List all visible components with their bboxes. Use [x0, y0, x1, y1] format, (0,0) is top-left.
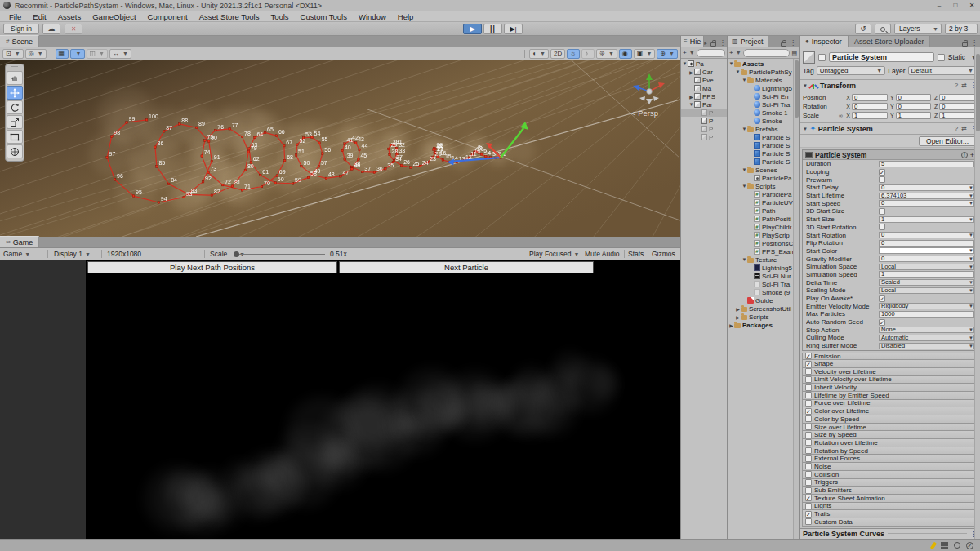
- scene-viewport[interactable]: 1234567891011121314151617181920212223242…: [0, 60, 680, 237]
- expand-arrow-icon[interactable]: ▼: [742, 127, 747, 131]
- main-module-header[interactable]: Particle System ! +: [803, 150, 977, 160]
- transform-tool-button[interactable]: [7, 144, 23, 158]
- tree-item-p[interactable]: P: [681, 125, 727, 133]
- asset-store-uploader-tab[interactable]: Asset Store Uploader: [849, 36, 931, 47]
- expand-arrow-icon[interactable]: ▶: [735, 306, 741, 312]
- tree-item-scripts[interactable]: ▶Scripts: [728, 313, 799, 321]
- layer-dropdown[interactable]: Default▼: [908, 66, 978, 75]
- tree-item-particleuv[interactable]: #ParticleUV: [728, 198, 799, 207]
- module-rotation-by-speed[interactable]: Rotation by Speed: [802, 447, 978, 455]
- effects-dropdown[interactable]: ❊▼: [596, 49, 617, 59]
- maximize-button[interactable]: □: [947, 0, 964, 11]
- project-scrollbar[interactable]: [793, 59, 799, 539]
- chevron-down-icon[interactable]: ▼: [969, 193, 973, 198]
- tree-item-pps[interactable]: ▶PPS: [681, 92, 727, 100]
- static-checkbox[interactable]: [938, 54, 945, 61]
- tree-item-scripts[interactable]: ▼Scripts: [728, 182, 799, 190]
- tree-item-p[interactable]: P: [681, 133, 727, 141]
- position-z-field[interactable]: 0: [939, 94, 975, 101]
- property-field[interactable]: 0: [879, 256, 974, 262]
- module-checkbox[interactable]: [805, 487, 812, 494]
- collab-brush-icon[interactable]: [930, 541, 937, 549]
- property-checkbox[interactable]: ✓: [879, 295, 885, 302]
- tree-item-p[interactable]: P: [681, 109, 727, 117]
- step-button[interactable]: ▶|: [504, 24, 523, 34]
- module-triggers[interactable]: Triggers: [802, 479, 978, 487]
- kebab-menu-icon[interactable]: ⋮: [971, 39, 978, 47]
- kebab-menu-icon[interactable]: ⋮: [719, 39, 726, 47]
- scene-gizmos-dropdown[interactable]: ⊕▼: [657, 49, 678, 59]
- scale-y-field[interactable]: 1: [896, 112, 932, 119]
- menu-component[interactable]: Component: [142, 11, 194, 22]
- module-checkbox[interactable]: ✓: [805, 408, 812, 415]
- module-custom-data[interactable]: Custom Data: [802, 518, 978, 527]
- module-color-over-lifetime[interactable]: ✓Color over Lifetime: [802, 407, 978, 415]
- sign-in-button[interactable]: Sign in: [3, 24, 39, 34]
- module-checkbox[interactable]: [805, 424, 812, 430]
- grid-snapping-dropdown[interactable]: ▼: [70, 49, 85, 59]
- position-y-field[interactable]: 0: [896, 94, 932, 101]
- tree-item-car[interactable]: ▶Car: [681, 68, 727, 76]
- property-field[interactable]: 5: [879, 161, 974, 167]
- property-checkbox[interactable]: [879, 208, 885, 215]
- scene-tab[interactable]: #Scene: [0, 35, 39, 47]
- chevron-down-icon[interactable]: ▼: [969, 280, 973, 285]
- tree-item-sci-fi-tra[interactable]: Sci-Fi Tra: [728, 280, 799, 288]
- game-render-area[interactable]: Play Next Path PositionsNext Particle: [86, 260, 680, 540]
- menu-gameobject[interactable]: GameObject: [87, 11, 141, 22]
- kebab-menu-icon[interactable]: ⋮: [790, 39, 796, 47]
- module-checkbox[interactable]: [805, 400, 812, 407]
- tree-item-pps-exam[interactable]: #PPS_Exam: [728, 247, 799, 256]
- property-checkbox[interactable]: ✓: [879, 319, 885, 326]
- search-filter-icon[interactable]: ▤: [791, 50, 797, 56]
- lock-icon[interactable]: [962, 42, 968, 47]
- minimize-button[interactable]: –: [931, 0, 947, 11]
- menu-assets[interactable]: Assets: [52, 11, 87, 22]
- expand-arrow-icon[interactable]: ▼: [742, 257, 747, 262]
- hierarchy-search-input[interactable]: [697, 49, 725, 57]
- property-field[interactable]: Rigidbody: [879, 303, 974, 309]
- lighting-toggle[interactable]: ☼: [567, 49, 580, 59]
- tag-dropdown[interactable]: Untagged▼: [817, 66, 886, 75]
- module-checkbox[interactable]: [805, 479, 812, 486]
- chevron-down-icon[interactable]: ▼: [969, 217, 973, 222]
- module-shape[interactable]: ✓Shape: [802, 360, 978, 368]
- chevron-down-icon[interactable]: ▼: [969, 264, 973, 269]
- tree-item-guide[interactable]: Guide: [728, 296, 799, 304]
- particle-system-curves-bar[interactable]: Particle System Curves ⋮: [800, 528, 980, 539]
- expand-arrow-icon[interactable]: ▶: [735, 314, 741, 320]
- property-field[interactable]: Disabled: [879, 343, 974, 349]
- chevron-down-icon[interactable]: ▼: [969, 327, 973, 332]
- play-focused-dropdown[interactable]: Play Focused▼: [529, 248, 579, 260]
- expand-arrow-icon[interactable]: ▼: [742, 167, 747, 172]
- menu-custom-tools[interactable]: Custom Tools: [295, 11, 353, 22]
- module-size-over-lifetime[interactable]: Size over Lifetime: [802, 424, 978, 432]
- tree-item-par[interactable]: ▼Par: [681, 100, 727, 109]
- display-select-dropdown[interactable]: Display 1▼: [54, 248, 91, 260]
- property-field[interactable]: 1000: [879, 311, 974, 318]
- module-checkbox[interactable]: [805, 518, 812, 525]
- module-checkbox[interactable]: [805, 415, 812, 422]
- tree-item-smoke-9[interactable]: Smoke (9: [728, 288, 799, 296]
- gameobject-icon[interactable]: [803, 51, 815, 64]
- chevron-down-icon[interactable]: ▼: [969, 344, 973, 349]
- tree-item-sci-fi-nur[interactable]: Sci-Fi Nur: [728, 272, 799, 280]
- stats-toggle[interactable]: Stats: [628, 248, 644, 260]
- menu-window[interactable]: Window: [353, 11, 392, 22]
- tree-item-positionsc[interactable]: #PositionsC: [728, 239, 799, 247]
- drag-handle[interactable]: [888, 533, 967, 535]
- game-gizmos-dropdown[interactable]: Gizmos: [652, 248, 675, 260]
- progress-check-icon[interactable]: ✓: [966, 542, 973, 549]
- link-icon[interactable]: ∞: [839, 113, 845, 118]
- tree-item-particlepa[interactable]: ParticlePa: [728, 174, 799, 182]
- property-field[interactable]: Automatic: [879, 335, 974, 341]
- module-collision[interactable]: Collision: [802, 471, 978, 479]
- expand-arrow-icon[interactable]: ▼: [742, 184, 747, 189]
- foldout-icon[interactable]: ▼: [803, 127, 808, 131]
- module-emission[interactable]: ✓Emission: [802, 353, 978, 361]
- module-checkbox[interactable]: [805, 439, 812, 446]
- gameobject-name-field[interactable]: Particle System: [829, 52, 934, 62]
- tree-item-ma[interactable]: Ma: [681, 84, 727, 92]
- project-search-input[interactable]: [743, 49, 791, 57]
- scale-tool-button[interactable]: [7, 115, 23, 129]
